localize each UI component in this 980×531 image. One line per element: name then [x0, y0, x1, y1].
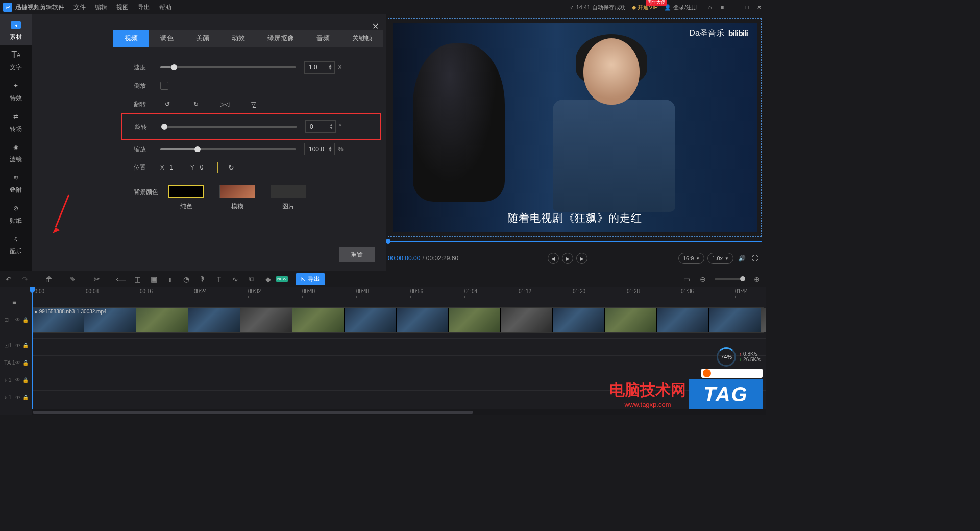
flip-vertical-icon[interactable]: ▽̲ [248, 99, 258, 109]
eye-icon[interactable]: 👁 [15, 317, 20, 323]
transition-icon: ⇄ [10, 110, 22, 123]
tab-filter[interactable]: ◉滤镜 [0, 137, 32, 167]
tab-audio[interactable]: 音频 [305, 30, 341, 47]
menu-icon[interactable]: ≡ [719, 4, 726, 11]
diamond-icon: ◆ [632, 4, 636, 11]
filmstrip-frame [657, 308, 709, 332]
position-reset-icon[interactable]: ↻ [228, 163, 234, 172]
keyframe-icon[interactable]: ◆ [263, 275, 273, 284]
speed-slider[interactable] [160, 66, 296, 68]
copy-icon[interactable]: ⧉ [247, 275, 256, 284]
menu-edit[interactable]: 编辑 [95, 3, 107, 12]
ruler-tick: 00:40 [302, 288, 315, 294]
bezier-icon[interactable]: ∿ [231, 275, 240, 284]
aspect-ratio-select[interactable]: 16:9▼ [678, 253, 704, 264]
fit-icon[interactable]: ▭ [682, 275, 691, 284]
maximize-icon[interactable]: □ [743, 4, 750, 11]
position-y-input[interactable] [198, 162, 218, 173]
timeline-scrollbar[interactable] [32, 409, 766, 415]
timeline-ruler[interactable]: 00:0000:0800:1600:2400:3200:4000:4800:56… [32, 287, 766, 298]
home-icon[interactable]: ⌂ [706, 4, 714, 11]
tab-effects[interactable]: ✦特效 [0, 76, 32, 106]
ruler-tick: 01:28 [627, 288, 640, 294]
zoom-in-icon[interactable]: ⊕ [752, 275, 762, 284]
rotate-slider[interactable] [161, 126, 297, 128]
bg-blur-option[interactable]: 模糊 [219, 185, 255, 211]
mic-icon[interactable]: 🎙 [198, 275, 207, 284]
scale-input[interactable]: 100.0▲▼ [304, 143, 335, 155]
tab-overlay[interactable]: ≋叠附 [0, 167, 32, 198]
filmstrip-frame [501, 308, 553, 332]
play-button[interactable]: ▶ [562, 253, 573, 264]
tab-material[interactable]: 素材 [0, 14, 32, 45]
menu-file[interactable]: 文件 [74, 3, 86, 12]
tab-transition[interactable]: ⇄转场 [0, 106, 32, 137]
app-icon: ✂ [3, 3, 12, 12]
scale-row: 缩放 100.0▲▼ % [134, 140, 369, 158]
delete-icon[interactable]: 🗑 [44, 275, 54, 284]
rotate-ccw-icon[interactable]: ↺ [162, 99, 173, 109]
network-percent: 74% [717, 347, 736, 367]
preview-progress-handle[interactable] [386, 239, 390, 244]
login-button[interactable]: 👤 登录/注册 [664, 4, 697, 11]
crop-icon[interactable]: ◫ [133, 275, 142, 284]
playback-speed-select[interactable]: 1.0x▼ [707, 253, 733, 264]
tab-keyframe[interactable]: 关键帧 [341, 30, 383, 47]
volume-icon[interactable]: 🔊 [737, 253, 747, 263]
ruler-tick: 00:56 [410, 288, 423, 294]
redo-icon[interactable]: ↷ [20, 275, 30, 284]
ruler-tick: 00:48 [356, 288, 369, 294]
clock-icon[interactable]: ◔ [182, 275, 191, 284]
menu-help[interactable]: 帮助 [159, 3, 172, 12]
tab-text[interactable]: TA文字 [0, 45, 32, 76]
screenshot-icon[interactable]: ▣ [149, 275, 158, 284]
flip-horizontal-icon[interactable]: ▷◁ [219, 99, 230, 109]
tab-sticker[interactable]: ⊘贴纸 [0, 198, 32, 229]
track-menu-icon[interactable]: ≡ [12, 298, 16, 306]
speed-input[interactable]: 1.0▲▼ [304, 61, 335, 74]
menu-view[interactable]: 视图 [116, 3, 129, 12]
preview-canvas-wrap[interactable]: Da圣音乐 bilibili 随着电视剧《狂飙》的走红 [388, 18, 762, 237]
new-badge: NEW [276, 276, 288, 282]
ruler-tick: 01:36 [681, 288, 694, 294]
rotate-cw-icon[interactable]: ↻ [191, 99, 201, 109]
tab-greenscreen[interactable]: 绿屏抠像 [256, 30, 305, 47]
tab-video[interactable]: 视频 [113, 30, 149, 47]
scale-slider[interactable] [160, 148, 296, 150]
vip-button[interactable]: ◆ 开通VIP 周年大促 [632, 4, 658, 11]
reverse-checkbox[interactable] [160, 82, 168, 90]
tab-color[interactable]: 调色 [149, 30, 185, 47]
tab-beauty[interactable]: 美颜 [185, 30, 220, 47]
undo-icon[interactable]: ↶ [4, 275, 13, 284]
speed-row: 速度 1.0▲▼ X [134, 58, 369, 77]
video-clip[interactable]: ▸ 991558388.nb3-1-30032.mp4 [32, 307, 764, 333]
site-watermark: 电脑技术网 www.tagxp.com [609, 380, 686, 408]
playhead[interactable] [32, 287, 33, 415]
close-panel-icon[interactable]: ✕ [372, 21, 379, 31]
zoom-slider[interactable] [715, 278, 745, 280]
rotate-input[interactable]: 0▲▼ [305, 120, 336, 133]
minimize-icon[interactable]: ― [731, 4, 738, 11]
fullscreen-icon[interactable]: ⛶ [750, 253, 760, 263]
filmstrip-frame [292, 308, 345, 332]
chart-icon[interactable]: ⫾ [165, 275, 175, 284]
close-window-icon[interactable]: ✕ [755, 4, 763, 11]
zoom-out-icon[interactable]: ⊖ [698, 275, 707, 284]
tab-motion[interactable]: 动效 [220, 30, 256, 47]
lock-icon[interactable]: 🔒 [22, 317, 29, 323]
next-frame-button[interactable]: ▶ [576, 253, 587, 264]
text-tool-icon[interactable]: T [214, 275, 224, 284]
ruler-tick: 00:08 [86, 288, 99, 294]
export-button[interactable]: ⇱导出 [296, 273, 325, 285]
menu-export[interactable]: 导出 [138, 3, 150, 12]
cut-icon[interactable]: ✂ [92, 275, 102, 284]
edit-icon[interactable]: ✎ [68, 275, 78, 284]
preview-progress[interactable] [388, 241, 762, 242]
prev-frame-button[interactable]: ◀ [548, 253, 559, 264]
position-x-input[interactable] [167, 162, 187, 173]
reset-button[interactable]: 重置 [339, 247, 375, 262]
bg-image-option[interactable]: 图片 [271, 185, 306, 211]
bg-solid-option[interactable]: 纯色 [168, 185, 204, 211]
tab-music[interactable]: ♫配乐 [0, 229, 32, 259]
split-left-icon[interactable]: ⟸ [116, 275, 126, 284]
